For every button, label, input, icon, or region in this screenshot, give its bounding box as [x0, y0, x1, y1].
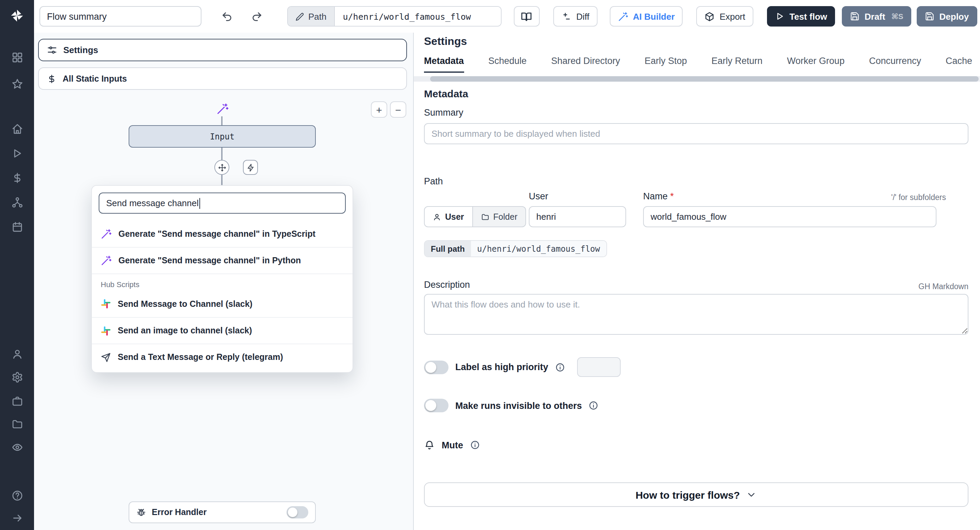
owner-folder-button[interactable]: Folder [473, 206, 527, 227]
mute-label: Mute [442, 440, 463, 450]
deploy-button[interactable]: Deploy [917, 6, 977, 27]
settings-tabs: Metadata Schedule Shared Directory Early… [424, 56, 980, 73]
tab-concurrency[interactable]: Concurrency [869, 56, 921, 73]
sidebar-expand-button[interactable] [0, 509, 34, 526]
pencil-icon [295, 12, 304, 21]
sidebar-schedules-button[interactable] [0, 218, 34, 235]
user-input[interactable] [529, 206, 626, 227]
full-path-value: u/henri/world_famous_flow [471, 241, 606, 257]
windmill-logo[interactable] [0, 7, 34, 24]
star-icon [11, 78, 23, 89]
save-icon [925, 11, 935, 21]
tab-early-stop[interactable]: Early Stop [644, 56, 687, 73]
path-value: u/henri/world_famous_flow [335, 7, 501, 26]
path-chip-label: Path [308, 11, 327, 21]
generate-python-item[interactable]: Generate "Send message channel" in Pytho… [92, 247, 353, 273]
error-handler-node[interactable]: Error Handler [129, 501, 316, 523]
sidebar-apps-button[interactable] [0, 49, 34, 65]
settings-panel-title: Settings [424, 35, 467, 48]
slack-icon [101, 299, 111, 309]
error-handler-toggle[interactable] [286, 506, 308, 519]
description-textarea[interactable] [424, 294, 969, 335]
hub-slack-image-item[interactable]: Send an image to channel (slack) [92, 317, 353, 344]
trigger-step-button[interactable] [243, 160, 258, 175]
generate-typescript-item[interactable]: Generate "Send message channel" in TypeS… [92, 221, 353, 247]
tabs-scrollbar-thumb[interactable] [430, 76, 978, 82]
docs-button[interactable] [514, 6, 540, 27]
name-input[interactable] [643, 206, 937, 227]
mute-row[interactable]: Mute [424, 440, 479, 451]
how-to-trigger-collapsible[interactable]: How to trigger flows? [424, 482, 969, 507]
sidebar-settings-button[interactable] [0, 369, 34, 385]
user-icon [433, 213, 441, 221]
tab-shared-directory[interactable]: Shared Directory [551, 56, 620, 73]
path-editor[interactable]: Path u/henri/world_famous_flow [287, 6, 501, 27]
flow-settings-node-label: Settings [63, 45, 98, 55]
name-label-text: Name [643, 191, 668, 202]
diff-button[interactable]: Diff [553, 6, 598, 27]
high-priority-toggle[interactable] [424, 360, 449, 374]
sidebar-audit-button[interactable] [0, 439, 34, 455]
windmill-logo-icon [10, 8, 24, 23]
owner-user-label: User [445, 212, 464, 221]
sidebar-workers-button[interactable] [0, 393, 34, 409]
info-icon [589, 401, 598, 410]
invisible-runs-toggle[interactable] [424, 399, 449, 412]
required-asterisk: * [670, 191, 674, 202]
sidebar-variables-button[interactable] [0, 170, 34, 186]
tab-metadata[interactable]: Metadata [424, 56, 464, 73]
sidebar-home-button[interactable] [0, 121, 34, 137]
folder-icon [481, 213, 489, 221]
step-picker-popup: Send message channel Generate "Send mess… [91, 185, 353, 373]
ai-builder-button[interactable]: AI Builder [610, 6, 683, 27]
sidebar-runs-button[interactable] [0, 145, 34, 161]
sidebar-flows-button[interactable] [0, 194, 34, 210]
static-inputs-node[interactable]: All Static Inputs [38, 67, 407, 90]
tab-schedule[interactable]: Schedule [488, 56, 527, 73]
sidebar-users-button[interactable] [0, 346, 34, 362]
full-path-label: Full path [425, 241, 471, 257]
diff-icon [562, 11, 572, 21]
gear-icon [11, 371, 23, 383]
undo-button[interactable] [216, 6, 237, 27]
add-step-button[interactable] [215, 160, 229, 175]
zoom-in-button[interactable]: + [371, 102, 387, 118]
topbar: Path u/henri/world_famous_flow Diff AI B… [34, 0, 980, 33]
hub-slack-message-item[interactable]: Send Message to Channel (slack) [92, 290, 353, 317]
zoom-out-button[interactable]: − [390, 102, 406, 118]
sidebar-folders-button[interactable] [0, 416, 34, 432]
test-flow-button[interactable]: Test flow [767, 6, 835, 27]
tab-cache[interactable]: Cache [946, 56, 972, 73]
draft-label: Draft [865, 11, 885, 21]
sidebar-favorites-button[interactable] [0, 76, 34, 92]
sidebar-help-button[interactable] [0, 487, 34, 503]
tab-worker-group[interactable]: Worker Group [787, 56, 845, 73]
result-label: Generate "Send message channel" in TypeS… [118, 229, 315, 238]
export-button[interactable]: Export [697, 6, 753, 27]
invisible-runs-label: Make runs invisible to others [455, 400, 582, 411]
dollar-icon [11, 172, 23, 183]
draft-shortcut: ⌘S [891, 12, 903, 21]
book-open-icon [521, 11, 533, 22]
flow-settings-panel: Settings Metadata Schedule Shared Direct… [413, 33, 980, 530]
telegram-send-icon [101, 352, 111, 362]
info-icon [555, 362, 565, 372]
step-search-input[interactable]: Send message channel [99, 192, 346, 214]
eye-icon [11, 441, 23, 453]
ai-flow-builder-button[interactable] [215, 102, 230, 116]
sliders-icon [47, 45, 57, 55]
summary-input[interactable] [424, 123, 969, 144]
export-label: Export [720, 11, 745, 21]
dollar-icon [47, 74, 56, 83]
flow-settings-node[interactable]: Settings [38, 39, 407, 61]
input-node[interactable]: Input [129, 125, 316, 148]
draft-button[interactable]: Draft ⌘S [842, 6, 912, 27]
flow-summary-input[interactable] [40, 6, 202, 27]
subfolder-hint: '/' for subfolders [891, 193, 946, 202]
calendar-icon [11, 221, 23, 232]
owner-folder-label: Folder [493, 212, 517, 221]
owner-user-button[interactable]: User [424, 206, 473, 227]
tab-early-return[interactable]: Early Return [711, 56, 762, 73]
redo-button[interactable] [247, 6, 267, 27]
hub-telegram-message-item[interactable]: Send a Text Message or Reply (telegram) [92, 344, 353, 370]
